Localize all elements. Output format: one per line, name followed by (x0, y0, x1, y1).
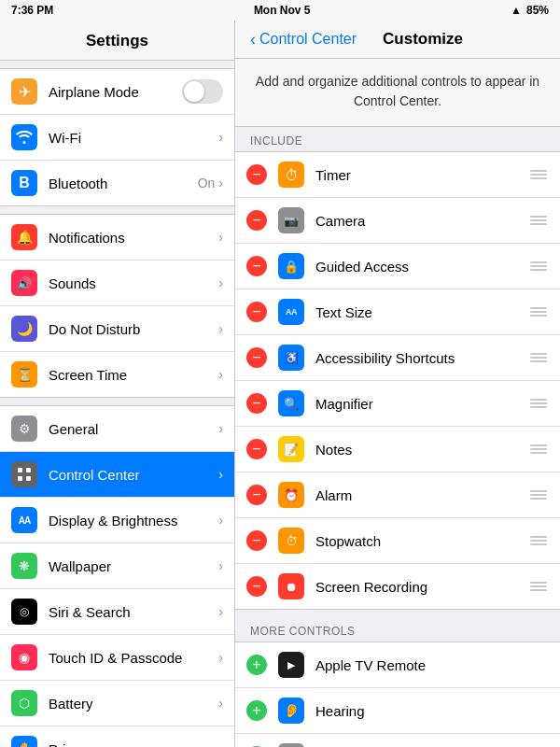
right-panel-title: Customize (357, 30, 489, 49)
accessibility-icon: ♿ (278, 345, 304, 371)
privacy-label: Privacy (49, 741, 215, 748)
control-item-camera[interactable]: − 📷 Camera (235, 198, 560, 244)
airplane-mode-icon: ✈ (11, 78, 37, 105)
control-item-hearing[interactable]: + 👂 Hearing (235, 688, 560, 734)
timer-icon: ⏱ (278, 162, 304, 188)
battery-percent: 85% (526, 4, 549, 17)
sidebar-item-wallpaper[interactable]: ❋ Wallpaper › (0, 543, 234, 589)
sidebar-item-screen-time[interactable]: ⏳ Screen Time › (0, 352, 234, 397)
remove-stopwatch-button[interactable]: − (246, 530, 267, 551)
control-item-stopwatch[interactable]: − ⏱ Stopwatch (235, 518, 560, 564)
sidebar-item-general[interactable]: ⚙ General › (0, 406, 234, 452)
screen-time-label: Screen Time (49, 367, 215, 383)
control-item-screen-recording[interactable]: − ⏺ Screen Recording (235, 564, 560, 609)
sidebar-item-display-brightness[interactable]: AA Display & Brightness › (0, 498, 234, 543)
sidebar-item-bluetooth[interactable]: B Bluetooth On › (0, 161, 234, 205)
remove-guided-access-button[interactable]: − (246, 256, 267, 276)
do-not-disturb-label: Do Not Disturb (49, 321, 215, 337)
control-item-guided-access[interactable]: − 🔒 Guided Access (235, 244, 560, 289)
remove-screen-recording-button[interactable]: − (246, 576, 267, 597)
apple-tv-remote-icon: ▶ (278, 652, 304, 678)
screen-recording-drag-handle[interactable] (528, 582, 549, 591)
more-controls-header: MORE CONTROLS (235, 617, 560, 641)
sounds-icon: 🔊 (11, 270, 37, 296)
notifications-icon: 🔔 (11, 224, 37, 250)
sidebar-item-notifications[interactable]: 🔔 Notifications › (0, 215, 234, 261)
airplane-mode-toggle[interactable] (182, 79, 223, 104)
sidebar-title: Settings (0, 21, 234, 61)
back-label: Control Center (259, 31, 357, 48)
wifi-icon: ▲ (511, 4, 522, 17)
notifications-label: Notifications (49, 230, 215, 246)
sidebar-item-control-center[interactable]: Control Center › (0, 452, 234, 498)
do-not-disturb-icon: 🌙 (11, 316, 37, 342)
description-box: Add and organize additional controls to … (235, 59, 560, 127)
apple-tv-remote-label: Apple TV Remote (315, 657, 549, 673)
sidebar-group-connectivity: ✈ Airplane Mode Wi-Fi › B Bluetooth On › (0, 68, 234, 206)
camera-label: Camera (315, 213, 528, 229)
control-center-icon (11, 461, 37, 487)
camera-icon: 📷 (278, 207, 304, 233)
sidebar-item-wifi[interactable]: Wi-Fi › (0, 115, 234, 161)
siri-search-icon: ◎ (11, 599, 37, 625)
wifi-icon (11, 124, 37, 150)
alarm-icon: ⏰ (278, 482, 304, 508)
text-size-drag-handle[interactable] (528, 307, 549, 317)
remove-timer-button[interactable]: − (246, 164, 267, 185)
sidebar-item-sounds[interactable]: 🔊 Sounds › (0, 261, 234, 306)
text-size-icon: AA (278, 299, 304, 325)
sidebar-item-do-not-disturb[interactable]: 🌙 Do Not Disturb › (0, 306, 234, 352)
touch-id-icon: ◉ (11, 644, 37, 670)
control-item-text-size[interactable]: − AA Text Size (235, 289, 560, 335)
sidebar-item-battery[interactable]: ⬡ Battery › (0, 681, 234, 726)
magnifier-drag-handle[interactable] (528, 399, 549, 408)
control-item-alarm[interactable]: − ⏰ Alarm (235, 472, 560, 518)
sidebar-item-airplane-mode[interactable]: ✈ Airplane Mode (0, 69, 234, 115)
alarm-drag-handle[interactable] (528, 490, 549, 500)
control-center-label: Control Center (49, 467, 215, 483)
back-button[interactable]: ‹ Control Center (250, 31, 357, 48)
control-item-magnifier[interactable]: − 🔍 Magnifier (235, 381, 560, 427)
general-icon: ⚙ (11, 416, 37, 442)
remove-camera-button[interactable]: − (246, 210, 267, 231)
svg-rect-2 (18, 476, 22, 481)
remove-alarm-button[interactable]: − (246, 485, 267, 505)
control-item-timer[interactable]: − ⏱ Timer (235, 152, 560, 198)
wifi-label: Wi-Fi (49, 130, 215, 146)
sidebar-group-system: ⚙ General › Control Center › AA (0, 405, 234, 747)
hearing-label: Hearing (315, 703, 549, 719)
accessibility-drag-handle[interactable] (528, 353, 549, 362)
sidebar: Settings ✈ Airplane Mode Wi-Fi › B Bluet… (0, 21, 235, 747)
control-item-notes[interactable]: − 📝 Notes (235, 427, 560, 472)
control-item-accessibility[interactable]: − ♿ Accessibility Shortcuts (235, 335, 560, 381)
remove-text-size-button[interactable]: − (246, 302, 267, 322)
sidebar-item-touch-id[interactable]: ◉ Touch ID & Passcode › (0, 635, 234, 681)
camera-drag-handle[interactable] (528, 216, 549, 225)
guided-access-drag-handle[interactable] (528, 261, 549, 271)
status-date: Mon Nov 5 (254, 4, 311, 17)
stopwatch-icon: ⏱ (278, 528, 304, 554)
text-size-label: Text Size (315, 304, 528, 320)
screen-recording-label: Screen Recording (315, 579, 528, 595)
sidebar-item-siri-search[interactable]: ◎ Siri & Search › (0, 589, 234, 635)
svg-rect-0 (18, 468, 22, 472)
remove-magnifier-button[interactable]: − (246, 393, 267, 414)
status-time: 7:36 PM (11, 4, 53, 17)
magnifier-label: Magnifier (315, 396, 528, 412)
timer-drag-handle[interactable] (528, 170, 549, 179)
right-header: ‹ Control Center Customize (235, 21, 560, 59)
notes-drag-handle[interactable] (528, 444, 549, 454)
include-list: − ⏱ Timer − 📷 Camera − 🔒 Guided Access (235, 151, 560, 610)
remove-accessibility-button[interactable]: − (246, 347, 267, 368)
sidebar-group-notifications: 🔔 Notifications › 🔊 Sounds › 🌙 Do Not Di… (0, 214, 234, 398)
remove-notes-button[interactable]: − (246, 439, 267, 459)
control-item-scan-qr[interactable]: + ▦ Scan QR Code (235, 734, 560, 747)
control-item-apple-tv-remote[interactable]: + ▶ Apple TV Remote (235, 642, 560, 688)
stopwatch-drag-handle[interactable] (528, 536, 549, 545)
add-apple-tv-remote-button[interactable]: + (246, 655, 267, 675)
sidebar-item-privacy[interactable]: ✋ Privacy › (0, 726, 234, 747)
back-chevron-icon: ‹ (250, 31, 256, 48)
magnifier-icon: 🔍 (278, 390, 304, 416)
airplane-mode-label: Airplane Mode (49, 84, 182, 100)
add-hearing-button[interactable]: + (246, 700, 267, 721)
